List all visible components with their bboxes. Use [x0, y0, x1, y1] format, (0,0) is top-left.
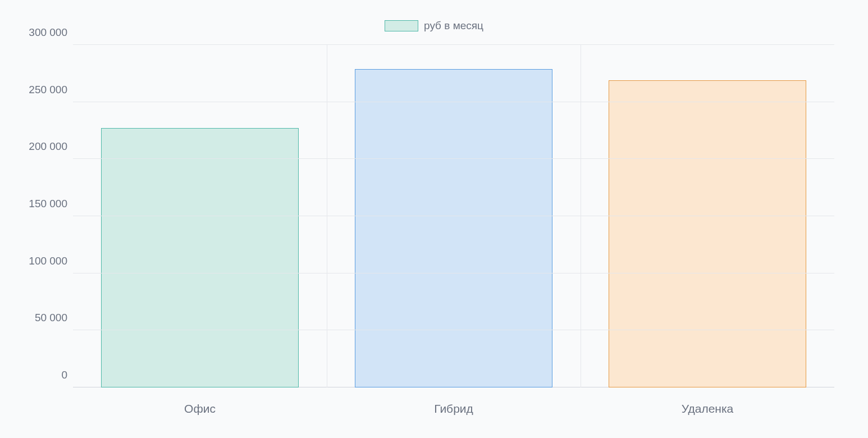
- gridline: [73, 44, 834, 45]
- gridline-vertical: [327, 45, 327, 387]
- y-tick-label: 50 000: [11, 312, 67, 324]
- x-tick-label: Гибрид: [327, 402, 581, 416]
- bars-container: [73, 45, 834, 387]
- legend-label: руб в месяц: [424, 20, 483, 32]
- bar-slot: [327, 45, 581, 387]
- y-tick-label: 100 000: [11, 255, 67, 267]
- gridline: [73, 273, 834, 273]
- gridline: [73, 216, 834, 216]
- gridline-vertical: [581, 45, 581, 387]
- x-tick-label: Офис: [73, 402, 327, 416]
- legend-swatch: [385, 20, 418, 31]
- bar-slot: [581, 45, 834, 387]
- gridline: [73, 330, 834, 330]
- bar: [355, 69, 553, 387]
- bar-slot: [73, 45, 327, 387]
- x-axis-labels: ОфисГибридУдаленка: [73, 402, 834, 416]
- y-tick-label: 200 000: [11, 140, 67, 153]
- y-tick-label: 150 000: [11, 198, 67, 210]
- bar: [101, 128, 299, 387]
- bar-chart: руб в месяц 050 000100 000150 000200 000…: [0, 0, 868, 438]
- gridline: [73, 158, 834, 159]
- y-tick-label: 250 000: [11, 84, 67, 96]
- x-tick-label: Удаленка: [581, 402, 834, 416]
- y-tick-label: 300 000: [11, 26, 67, 39]
- y-tick-label: 0: [11, 369, 67, 381]
- plot-area: 050 000100 000150 000200 000250 000300 0…: [73, 45, 834, 387]
- bar: [609, 80, 807, 387]
- gridline: [73, 102, 834, 102]
- legend: руб в месяц: [0, 20, 868, 32]
